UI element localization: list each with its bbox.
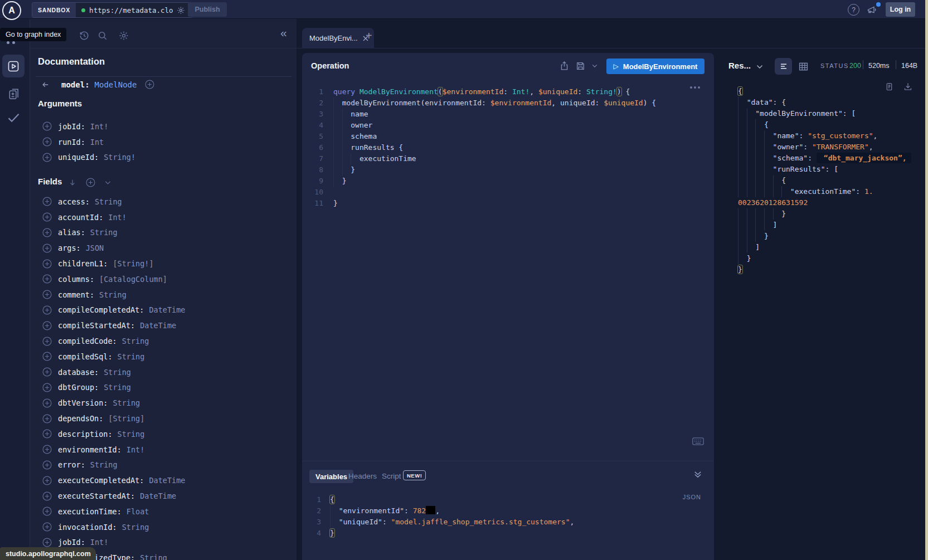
back-arrow-icon[interactable] xyxy=(41,81,50,89)
field-type[interactable]: String xyxy=(90,228,118,237)
field-name[interactable]: dependsOn: xyxy=(58,414,103,423)
operation-tab[interactable]: ModelByEnvi... xyxy=(302,28,374,48)
field-name[interactable]: compileCompletedAt: xyxy=(58,305,144,314)
field-type[interactable]: String xyxy=(140,553,167,560)
announcements-icon[interactable] xyxy=(866,4,877,14)
field-type[interactable]: String xyxy=(104,368,131,377)
add-to-query-icon[interactable] xyxy=(42,305,52,315)
field-name[interactable]: compiledCode: xyxy=(58,337,117,345)
add-to-query-icon[interactable] xyxy=(42,383,52,392)
field-name[interactable]: alias: xyxy=(58,228,85,237)
field-type[interactable]: String xyxy=(113,398,140,407)
run-operation-button[interactable]: ▷ ModelByEnvironment xyxy=(606,59,704,74)
sidebar-item-schema[interactable] xyxy=(8,87,20,100)
add-to-query-icon[interactable] xyxy=(42,460,52,470)
add-to-query-icon[interactable] xyxy=(42,137,52,147)
history-icon[interactable] xyxy=(79,31,89,41)
field-name[interactable]: uniqueId: xyxy=(58,153,99,162)
field-type[interactable]: DateTime xyxy=(140,321,176,330)
save-dropdown-chevron-icon[interactable] xyxy=(592,64,597,68)
field-name[interactable]: invocationId: xyxy=(58,523,117,532)
apollo-logo[interactable]: A xyxy=(2,1,21,20)
field-type[interactable]: Int! xyxy=(90,538,109,547)
field-type[interactable]: Float xyxy=(127,507,149,516)
field-type[interactable]: String! xyxy=(104,153,135,162)
field-name[interactable]: error: xyxy=(58,460,85,469)
endpoint-url-input[interactable]: https://metadata.cloud.get xyxy=(76,3,192,17)
add-to-query-icon[interactable] xyxy=(42,228,52,237)
add-to-query-icon[interactable] xyxy=(42,398,52,408)
field-name[interactable]: executeCompletedAt: xyxy=(58,476,144,485)
field-type[interactable]: String xyxy=(118,352,145,361)
tab-script[interactable]: Script xyxy=(382,472,401,480)
search-icon[interactable] xyxy=(98,31,108,41)
add-to-query-icon[interactable] xyxy=(42,337,52,346)
collapse-variables-icon[interactable] xyxy=(694,471,702,478)
fields-dropdown-chevron-icon[interactable] xyxy=(105,181,111,185)
graph-index-icon[interactable] xyxy=(7,41,9,44)
field-name[interactable]: executionTime: xyxy=(58,507,122,516)
graph-index-icon-dot[interactable] xyxy=(12,41,15,44)
add-to-query-icon[interactable] xyxy=(42,522,52,532)
field-name[interactable]: dbtVersion: xyxy=(58,398,108,407)
sidebar-item-explorer[interactable] xyxy=(2,55,25,77)
tab-headers[interactable]: Headers xyxy=(348,472,377,480)
add-to-query-icon[interactable] xyxy=(42,197,52,206)
field-type[interactable]: String xyxy=(90,460,118,469)
login-button[interactable]: Log in xyxy=(886,2,915,17)
save-icon[interactable] xyxy=(576,61,585,71)
field-type[interactable]: String xyxy=(122,337,149,345)
field-name[interactable]: accountId: xyxy=(58,213,103,222)
field-name[interactable]: environmentId: xyxy=(58,445,122,454)
doc-field-type-link[interactable]: ModelNode xyxy=(95,80,137,89)
add-to-query-icon[interactable] xyxy=(42,274,52,284)
field-name[interactable]: jobId: xyxy=(58,538,85,547)
field-type[interactable]: [String!] xyxy=(113,259,153,268)
add-to-query-icon[interactable] xyxy=(42,414,52,423)
field-type[interactable]: String xyxy=(95,197,122,206)
field-name[interactable]: childrenL1: xyxy=(58,259,108,268)
field-type[interactable]: Int! xyxy=(90,122,109,131)
settings-gear-icon[interactable] xyxy=(119,31,129,41)
field-type[interactable]: String xyxy=(99,290,127,299)
add-to-query-icon[interactable] xyxy=(42,153,52,162)
field-type[interactable]: DateTime xyxy=(149,476,185,485)
publish-button[interactable]: Publish xyxy=(188,2,227,17)
field-type[interactable]: [String] xyxy=(108,414,144,423)
field-type[interactable]: DateTime xyxy=(140,491,176,500)
field-type[interactable]: Int! xyxy=(108,213,127,222)
add-to-query-icon[interactable] xyxy=(42,121,52,131)
field-type[interactable]: DateTime xyxy=(149,305,185,314)
endpoint-url[interactable]: https://metadata.cloud.get xyxy=(89,6,173,14)
keyboard-shortcuts-icon[interactable] xyxy=(692,437,704,445)
response-view-table-icon[interactable] xyxy=(798,61,809,72)
field-name[interactable]: runId: xyxy=(58,138,85,147)
endpoint-settings-gear-icon[interactable] xyxy=(177,6,185,14)
field-type[interactable]: Int! xyxy=(127,445,145,454)
field-type[interactable]: String xyxy=(104,383,131,392)
add-to-query-icon[interactable] xyxy=(42,367,52,377)
field-name[interactable]: comment: xyxy=(58,290,94,299)
add-to-query-icon[interactable] xyxy=(42,321,52,330)
add-to-query-icon[interactable] xyxy=(42,476,52,485)
field-name[interactable]: access: xyxy=(58,197,90,206)
field-type[interactable]: JSON xyxy=(86,244,104,252)
add-to-query-icon[interactable] xyxy=(42,212,52,222)
field-name[interactable]: compileStartedAt: xyxy=(58,321,135,330)
add-to-query-icon[interactable] xyxy=(42,507,52,516)
add-all-fields-icon[interactable] xyxy=(86,178,95,187)
variables-editor[interactable]: 1{2"environmentId": 782,3"uniqueId": "mo… xyxy=(302,494,703,539)
field-type[interactable]: String xyxy=(118,430,145,439)
sort-down-icon[interactable] xyxy=(69,178,76,187)
field-name[interactable]: compiledSql: xyxy=(58,352,113,361)
add-to-query-icon[interactable] xyxy=(42,429,52,439)
help-icon[interactable]: ? xyxy=(848,4,859,16)
field-name[interactable]: executeStartedAt: xyxy=(58,491,135,500)
share-icon[interactable] xyxy=(560,61,569,71)
add-to-query-icon[interactable] xyxy=(42,538,52,547)
response-view-raw-icon[interactable] xyxy=(775,58,792,75)
operation-editor[interactable]: 1query ModelByEnvironment($environmentId… xyxy=(302,86,703,209)
field-name[interactable]: jobId: xyxy=(58,122,85,131)
response-dropdown-chevron-icon[interactable] xyxy=(756,65,763,69)
field-name[interactable]: args: xyxy=(58,244,81,252)
